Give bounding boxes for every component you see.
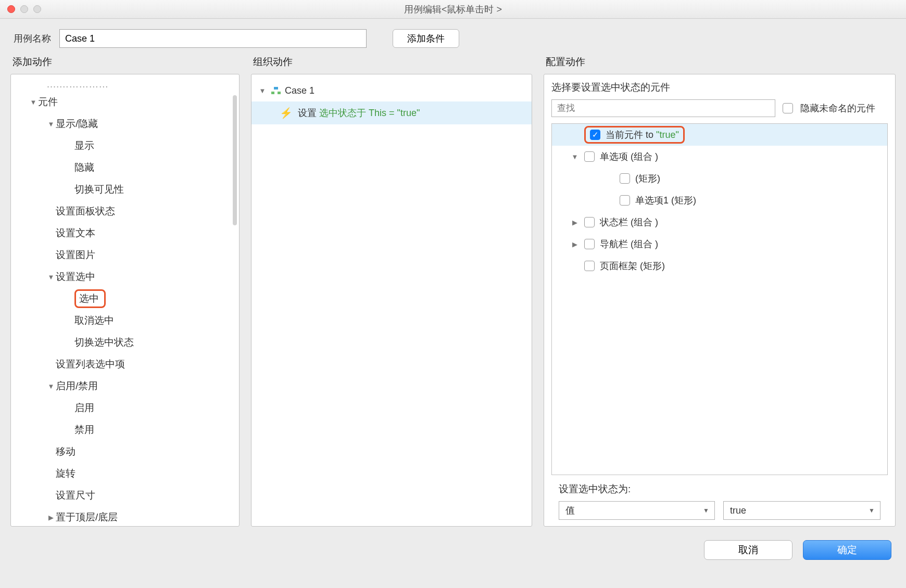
tree-item-label: 取消选中 (74, 314, 114, 327)
tree-item[interactable]: 设置图片 (11, 244, 239, 266)
widget-row[interactable]: ▶页面框架 (矩形) (552, 255, 887, 277)
state-type-value: 值 (565, 504, 575, 517)
organize-actions-title: 组织动作 (253, 55, 532, 69)
widget-checkbox[interactable] (620, 195, 630, 206)
widget-row[interactable]: ▶导航栏 (组合 ) (552, 233, 887, 255)
tree-item-label: 选中 (74, 289, 106, 308)
case-name-row: 用例名称 添加条件 (0, 19, 906, 55)
widget-row[interactable]: ▶状态栏 (组合 ) (552, 211, 887, 233)
tree-item-label: 设置文本 (56, 226, 95, 240)
add-action-title: 添加动作 (12, 55, 240, 69)
state-value-select[interactable]: true ▼ (723, 501, 880, 520)
widget-row[interactable]: ▶(矩形) (552, 168, 887, 189)
widget-label: 导航栏 (组合 ) (600, 238, 658, 250)
widget-label: 状态栏 (组合 ) (600, 216, 658, 228)
tree-item-label: 切换可见性 (74, 183, 124, 196)
chevron-down-icon[interactable]: ▼ (46, 273, 56, 281)
add-condition-button[interactable]: 添加条件 (393, 29, 459, 48)
case-row[interactable]: ▼ Case 1 (251, 80, 532, 101)
config-subtitle: 选择要设置选中状态的元件 (551, 81, 888, 94)
tree-item[interactable]: ▼设置选中 (11, 266, 239, 288)
case-name-label: 用例名称 (14, 32, 51, 45)
state-value: true (730, 505, 746, 516)
scrollbar[interactable] (233, 95, 237, 225)
widget-search-input[interactable] (551, 99, 775, 117)
tree-item[interactable]: 取消选中 (11, 310, 239, 331)
chevron-down-icon[interactable]: ▼ (29, 98, 38, 106)
window-title: 用例编辑<鼠标单击时 > (0, 3, 906, 16)
widget-checkbox[interactable] (584, 151, 595, 162)
tree-item[interactable]: 设置列表选中项 (11, 353, 239, 375)
chevron-down-icon[interactable]: ▼ (258, 87, 267, 95)
sitemap-icon (271, 87, 281, 94)
widget-checkbox[interactable]: ✓ (590, 130, 600, 140)
state-type-select[interactable]: 值 ▼ (559, 501, 715, 520)
tree-item[interactable]: ▼启用/禁用 (11, 375, 239, 397)
action-row[interactable]: ⚡ 设置 选中状态于 This = "true" (251, 101, 532, 124)
maximize-window-icon[interactable] (33, 5, 41, 13)
chevron-right-icon[interactable]: ▶ (571, 219, 579, 226)
tree-item[interactable]: 隐藏 (11, 157, 239, 178)
widget-checkbox[interactable] (584, 217, 595, 227)
widget-tree: ▶✓当前元件 to "true"▼单选项 (组合 )▶(矩形)▶单选项1 (矩形… (551, 123, 888, 475)
tree-item-label: 启用 (74, 401, 94, 415)
widget-label: 单选项 (组合 ) (600, 150, 658, 163)
tree-item[interactable]: 设置面板状态 (11, 200, 239, 222)
widget-label: ✓当前元件 to "true" (584, 126, 685, 144)
tree-item[interactable]: 显示 (11, 135, 239, 157)
tree-item[interactable]: 切换选中状态 (11, 331, 239, 353)
tree-item[interactable]: 禁用 (11, 419, 239, 441)
hide-unnamed-checkbox[interactable] (783, 103, 793, 113)
tree-item[interactable]: 设置尺寸 (11, 484, 239, 506)
chevron-down-icon: ▼ (869, 507, 875, 514)
cancel-button[interactable]: 取消 (704, 540, 792, 560)
tree-item[interactable]: ▼元件 (11, 91, 239, 113)
chevron-down-icon[interactable]: ▼ (46, 120, 56, 128)
widget-checkbox[interactable] (584, 239, 595, 249)
widget-checkbox[interactable] (584, 261, 595, 271)
case-tree-panel: ▼ Case 1 ⚡ 设置 选中状态于 This = "true" (251, 74, 532, 527)
widget-label: 页面框架 (矩形) (600, 260, 665, 272)
tree-item-label: 显示 (74, 139, 94, 152)
tree-item[interactable]: ▶置于顶层/底层 (11, 506, 239, 527)
chevron-down-icon[interactable]: ▼ (571, 153, 579, 161)
tree-item-label: 设置图片 (56, 248, 95, 262)
tree-item-label: 启用/禁用 (56, 379, 98, 393)
tree-item-label: 设置尺寸 (56, 489, 95, 502)
tree-item[interactable]: 移动 (11, 441, 239, 463)
minimize-window-icon[interactable] (20, 5, 28, 13)
action-tree-panel: ….……………▼元件▼显示/隐藏显示隐藏切换可见性设置面板状态设置文本设置图片▼… (10, 74, 240, 527)
case-name-input[interactable] (59, 29, 367, 48)
tree-item[interactable]: 启用 (11, 397, 239, 419)
close-window-icon[interactable] (7, 5, 15, 13)
widget-label: 单选项1 (矩形) (635, 194, 696, 207)
tree-item[interactable]: 设置文本 (11, 222, 239, 244)
tree-item[interactable]: 旋转 (11, 463, 239, 484)
hide-unnamed-label: 隐藏未命名的元件 (800, 102, 875, 114)
widget-row[interactable]: ▶✓当前元件 to "true" (552, 124, 887, 146)
widget-row[interactable]: ▶单选项1 (矩形) (552, 189, 887, 211)
bolt-icon: ⚡ (280, 107, 293, 119)
tree-item-label: 设置列表选中项 (56, 357, 125, 371)
configure-panel: 选择要设置选中状态的元件 隐藏未命名的元件 ▶✓当前元件 to "true"▼单… (544, 74, 896, 527)
chevron-right-icon[interactable]: ▶ (571, 240, 579, 248)
titlebar: 用例编辑<鼠标单击时 > (0, 0, 906, 19)
widget-checkbox[interactable] (620, 173, 630, 184)
tree-item-truncated[interactable]: ….…………… (11, 79, 239, 91)
widget-row[interactable]: ▼单选项 (组合 ) (552, 146, 887, 168)
tree-item[interactable]: ▼显示/隐藏 (11, 113, 239, 135)
case-label: Case 1 (285, 85, 314, 96)
set-state-label: 设置选中状态为: (559, 482, 880, 496)
window-controls (7, 5, 41, 13)
tree-item[interactable]: 切换可见性 (11, 178, 239, 200)
dialog-footer: 取消 确定 (0, 532, 906, 568)
chevron-right-icon[interactable]: ▶ (46, 514, 56, 521)
configure-action-title: 配置动作 (546, 55, 896, 69)
tree-item[interactable]: 选中 (11, 288, 239, 310)
ok-button[interactable]: 确定 (803, 540, 891, 560)
action-detail: 选中状态于 This = "true" (319, 108, 420, 118)
tree-item-label: 切换选中状态 (74, 336, 134, 349)
chevron-down-icon[interactable]: ▼ (46, 382, 56, 390)
tree-item-label: 设置面板状态 (56, 204, 115, 218)
action-prefix: 设置 (298, 108, 319, 118)
